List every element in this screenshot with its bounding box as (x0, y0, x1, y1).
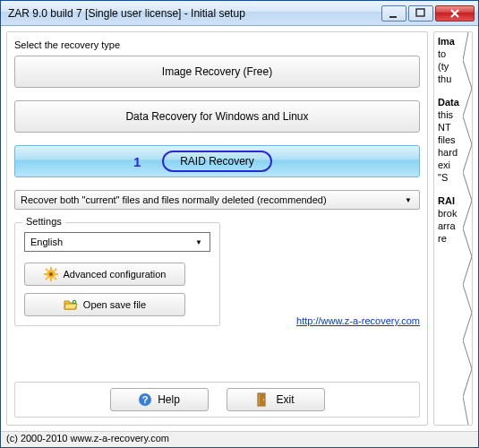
language-dropdown[interactable]: English ▼ (24, 232, 210, 252)
data-recovery-button[interactable]: Data Recovery for Windows and Linux (14, 100, 420, 133)
select-recovery-label: Select the recovery type (14, 39, 420, 50)
raid-recovery-highlight: RAID Recovery (162, 151, 272, 172)
bottom-bar: ? Help Exit (14, 382, 420, 418)
exit-button[interactable]: Exit (227, 388, 325, 411)
exit-label: Exit (276, 393, 294, 406)
info-panel: Ima to (ty thu Data this NT files hard e… (433, 31, 473, 426)
folder-open-icon (64, 297, 78, 312)
svg-rect-1 (416, 9, 424, 16)
settings-legend: Settings (22, 216, 65, 227)
image-recovery-button[interactable]: Image Recovery (Free) (14, 56, 420, 88)
website-link-row: http://www.z-a-recovery.com (229, 315, 420, 326)
app-window: ZAR 9.0 build 7 [Single user license] - … (0, 0, 479, 448)
recovery-mode-dropdown[interactable]: Recover both "current" files and files n… (14, 190, 420, 210)
torn-edge-icon (463, 32, 473, 425)
open-save-file-button[interactable]: Open save file (24, 293, 185, 316)
minimize-button[interactable] (381, 5, 406, 22)
advanced-config-label: Advanced configuration (64, 269, 167, 280)
annotation-number: 1 (133, 154, 141, 169)
settings-group: Settings English ▼ Advanced configuratio… (14, 222, 220, 326)
svg-point-3 (49, 272, 53, 276)
help-icon: ? (138, 392, 152, 407)
copyright-text: (c) 2000-2010 www.z-a-recovery.com (6, 433, 169, 444)
window-controls (381, 5, 475, 22)
window-title: ZAR 9.0 build 7 [Single user license] - … (8, 7, 381, 20)
body-area: Select the recovery type Image Recovery … (1, 26, 478, 431)
svg-line-8 (46, 269, 47, 271)
help-label: Help (158, 393, 180, 406)
gear-icon (44, 267, 58, 281)
advanced-config-button[interactable]: Advanced configuration (24, 263, 185, 286)
door-exit-icon (256, 392, 270, 407)
data-recovery-label: Data Recovery for Windows and Linux (125, 110, 308, 123)
maximize-button[interactable] (408, 5, 433, 22)
svg-line-11 (46, 278, 47, 280)
status-bar: (c) 2000-2010 www.z-a-recovery.com (1, 431, 478, 447)
svg-point-16 (263, 399, 265, 401)
chevron-down-icon: ▼ (401, 194, 415, 206)
language-value: English (30, 237, 63, 247)
recovery-mode-value: Recover both "current" files and files n… (21, 194, 327, 205)
chevron-down-icon: ▼ (192, 236, 206, 248)
svg-rect-0 (389, 16, 397, 18)
main-panel: Select the recovery type Image Recovery … (6, 31, 428, 426)
svg-line-9 (55, 278, 56, 280)
raid-recovery-label: RAID Recovery (180, 155, 254, 168)
svg-line-10 (55, 269, 56, 271)
svg-text:?: ? (142, 394, 149, 405)
image-recovery-label: Image Recovery (Free) (162, 65, 272, 78)
titlebar: ZAR 9.0 build 7 [Single user license] - … (1, 1, 478, 26)
raid-recovery-button[interactable]: 1 RAID Recovery (14, 145, 420, 177)
open-save-file-label: Open save file (83, 299, 146, 310)
close-button[interactable] (435, 5, 475, 22)
website-link[interactable]: http://www.z-a-recovery.com (296, 315, 420, 326)
help-button[interactable]: ? Help (110, 388, 209, 411)
